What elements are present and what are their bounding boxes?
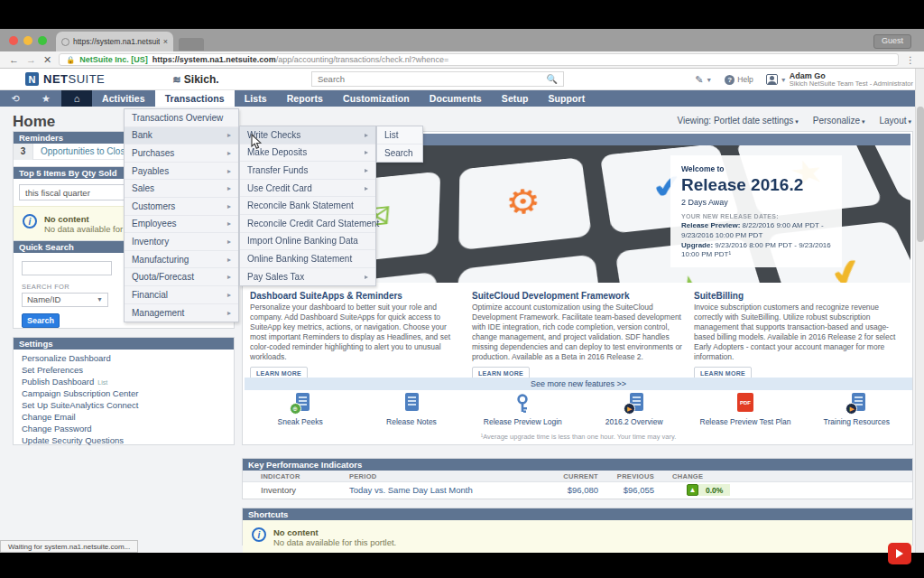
quick-search-input[interactable] (22, 261, 112, 275)
home-icon[interactable]: ⌂ (61, 90, 92, 107)
portlet-date-settings-menu[interactable]: Viewing: Portlet date settings (678, 116, 799, 126)
layout-menu[interactable]: Layout (880, 116, 912, 126)
resource-release-preview-login[interactable]: Release Preview Login (467, 393, 578, 433)
nav-reports[interactable]: Reports (277, 90, 333, 107)
kpi-portlet-header[interactable]: Key Performance Indicators (243, 459, 912, 471)
guest-profile-button[interactable]: Guest (873, 34, 911, 49)
kpi-indicator: Inventory (243, 485, 349, 495)
shortcuts-portlet: Shortcuts i No content No data available… (242, 508, 913, 545)
menu-item-employees[interactable]: Employees▸ (125, 216, 238, 234)
settings-portlet: Settings Personalize Dashboard Set Prefe… (13, 337, 235, 445)
menu-item-search[interactable]: Search (377, 144, 422, 163)
netsuite-logo[interactable]: N NETSUITE (25, 72, 105, 86)
browser-menu-icon[interactable]: ⋮ (906, 55, 915, 65)
submenu-arrow-icon: ▸ (227, 219, 231, 228)
settings-link[interactable]: Campaign Subscription Center (14, 387, 234, 399)
back-icon[interactable]: ← (9, 54, 19, 65)
quick-search-button[interactable]: Search (22, 313, 60, 328)
help-menu[interactable]: ? Help (725, 75, 753, 85)
page-title: Home (13, 113, 55, 131)
menu-item-sales[interactable]: Sales▸ (125, 180, 238, 198)
scrollbar-thumb[interactable] (917, 107, 924, 242)
menu-item-transactions-overview[interactable]: Transactions Overview (125, 109, 238, 127)
minimize-window-button[interactable] (23, 36, 32, 45)
menu-item-online-banking-statement[interactable]: Online Banking Statement (240, 250, 375, 268)
user-menu[interactable]: ▼ Adam Go Sikich NetSuite Team Test - Ad… (766, 71, 913, 89)
global-search-input[interactable] (318, 74, 547, 84)
nav-transactions[interactable]: Transactions (155, 90, 235, 107)
settings-portlet-header[interactable]: Settings (14, 338, 234, 350)
settings-link[interactable]: Set Up SuiteAnalytics Connect (14, 399, 234, 411)
certificate-label[interactable]: NetSuite Inc. [US] (79, 55, 148, 64)
nav-documents[interactable]: Documents (420, 90, 492, 107)
menu-item-pay-sales-tax[interactable]: Pay Sales Tax▸ (240, 268, 375, 286)
settings-link[interactable]: Publish DashboardList (14, 376, 234, 387)
nav-activities[interactable]: Activities (92, 90, 155, 107)
kpi-current-value[interactable]: $96,080 (546, 485, 598, 495)
resource-training[interactable]: ▶ Training Resources (801, 393, 912, 433)
mouse-cursor (251, 134, 263, 150)
info-icon: i (23, 214, 37, 228)
kpi-period[interactable]: Today vs. Same Day Last Month (349, 485, 546, 495)
menu-item-bank[interactable]: Bank▸ (125, 127, 238, 145)
menu-item-payables[interactable]: Payables▸ (125, 163, 238, 181)
settings-link[interactable]: Set Preferences (14, 364, 234, 376)
browser-url-bar: ← → ✕ 🔒 NetSuite Inc. [US] https://syste… (0, 51, 924, 69)
settings-link[interactable]: Change Password (14, 423, 234, 434)
letterbox-bottom (0, 553, 924, 578)
see-more-features-link[interactable]: See more new features >> (245, 378, 912, 390)
menu-item-management[interactable]: Management▸ (125, 304, 238, 322)
menu-item-transfer-funds[interactable]: Transfer Funds▸ (240, 162, 375, 180)
nav-customization[interactable]: Customization (333, 90, 420, 107)
nav-setup[interactable]: Setup (492, 90, 539, 107)
close-window-button[interactable] (9, 36, 18, 45)
menu-item-financial[interactable]: Financial▸ (125, 286, 238, 304)
settings-link[interactable]: Change Email (14, 411, 234, 423)
menu-item-import-online-banking-data[interactable]: Import Online Banking Data (240, 233, 375, 251)
menu-item-reconcile-credit-card-statement[interactable]: Reconcile Credit Card Statement (240, 215, 375, 233)
menu-item-inventory[interactable]: Inventory▸ (125, 233, 238, 251)
main-nav: ⟲ ★ ⌂ Activities Transactions Lists Repo… (0, 90, 924, 107)
address-bar[interactable]: 🔒 NetSuite Inc. [US] https://system.na1.… (59, 53, 899, 66)
submenu-arrow-icon: ▸ (227, 273, 231, 281)
browser-tab[interactable]: https://system.na1.netsuite.c... × (56, 32, 173, 51)
create-new-menu[interactable]: ✎ ▼ (695, 74, 712, 86)
submenu-arrow-icon: ▸ (227, 309, 231, 317)
resource-sneak-peeks[interactable]: ⊕ Sneak Peeks (245, 393, 356, 433)
padlock-icon: 🔒 (66, 56, 75, 64)
maximize-window-button[interactable] (38, 36, 47, 45)
search-for-select[interactable]: Name/ID▼ (22, 293, 108, 307)
browser-scrollbar[interactable] (915, 69, 924, 553)
submenu-arrow-icon: ▸ (365, 131, 368, 139)
resource-overview[interactable]: ▶ 2016.2 Overview (578, 393, 689, 433)
shortcuts-star-icon[interactable]: ★ (31, 90, 61, 107)
menu-item-quota-forecast[interactable]: Quota/Forecast▸ (125, 268, 238, 286)
menu-item-manufacturing[interactable]: Manufacturing▸ (125, 251, 238, 269)
new-tab-button[interactable] (179, 38, 204, 51)
nav-lists[interactable]: Lists (235, 90, 277, 107)
reminder-label[interactable]: Opportunities to Close (33, 146, 130, 156)
personalize-menu[interactable]: Personalize (813, 116, 865, 126)
forward-icon[interactable]: → (26, 54, 36, 65)
nav-support[interactable]: Support (538, 90, 595, 107)
close-tab-icon[interactable]: × (163, 37, 168, 46)
submenu-arrow-icon: ▸ (227, 291, 231, 299)
youtube-play-button[interactable] (888, 543, 911, 564)
sikich-logo: ≋ Sikich. (172, 73, 218, 86)
settings-link[interactable]: Update Security Questions (14, 434, 234, 446)
submenu-arrow-icon: ▸ (227, 131, 231, 139)
menu-item-purchases[interactable]: Purchases▸ (125, 144, 238, 163)
shortcuts-portlet-header[interactable]: Shortcuts (243, 508, 912, 520)
menu-item-customers[interactable]: Customers▸ (125, 198, 238, 216)
release-banner: Welcome to Release 2016.2 2 Days Away YO… (670, 155, 842, 267)
menu-item-reconcile-bank-statement[interactable]: Reconcile Bank Statement (240, 197, 375, 215)
global-search[interactable]: 🔍 (311, 71, 564, 87)
menu-item-use-credit-card[interactable]: Use Credit Card▸ (240, 180, 375, 198)
refresh-icon[interactable]: ✕ (43, 54, 51, 66)
resource-release-notes[interactable]: Release Notes (356, 393, 467, 433)
recent-records-icon[interactable]: ⟲ (0, 90, 31, 107)
kpi-previous-value[interactable]: $96,055 (598, 485, 654, 495)
settings-link[interactable]: Personalize Dashboard (14, 352, 234, 364)
resource-test-plan[interactable]: PDF Release Preview Test Plan (689, 393, 800, 433)
menu-item-list[interactable]: List (377, 126, 422, 144)
